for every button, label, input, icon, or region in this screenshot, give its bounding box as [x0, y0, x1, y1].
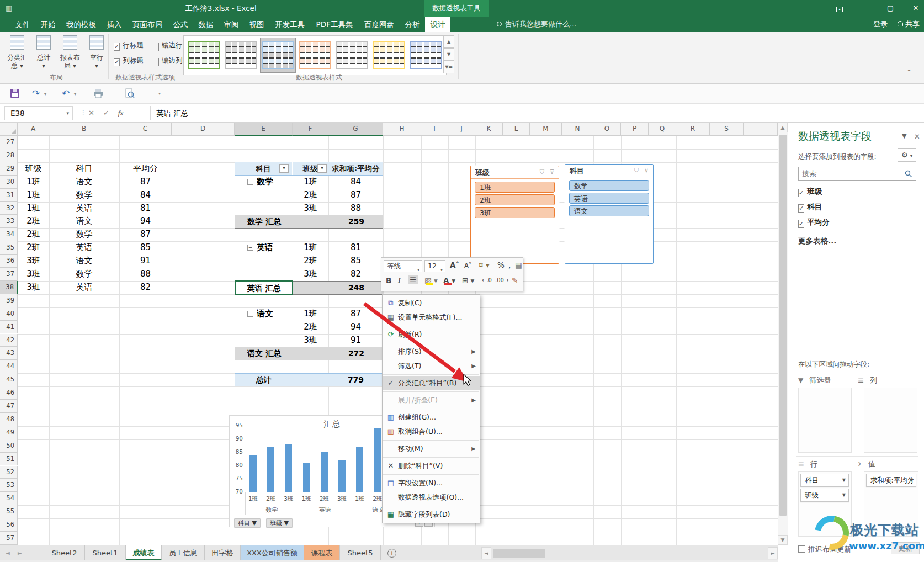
menu-item-排序-S-[interactable]: 排序(S)▶	[383, 344, 480, 359]
horizontal-scrollbar[interactable]: ◄ ►	[481, 547, 778, 559]
row-header-40[interactable]: 40	[0, 307, 18, 321]
ribbon-button-报表布局[interactable]: 报表布局 ▾	[57, 35, 83, 70]
pivot-subtotal-row[interactable]: 数学 汇总259	[235, 215, 383, 229]
source-data-cell[interactable]: 84	[119, 189, 172, 202]
active-cell-E38[interactable]: 英语 汇总	[235, 280, 293, 295]
print-icon[interactable]	[93, 88, 104, 98]
area-field-班级[interactable]: 班级▼	[800, 489, 849, 502]
vertical-scrollbar[interactable]: ▲ ▼	[778, 123, 788, 545]
pivot-header-col3[interactable]: 求和项:平均分	[328, 162, 383, 175]
pivot-style-swatch-plain-gray[interactable]	[224, 38, 258, 72]
menu-item-设置单元格格式-F-[interactable]: ▦设置单元格格式(F)...	[383, 310, 480, 325]
column-header-F[interactable]: F	[293, 123, 328, 136]
ribbon-tab-设计[interactable]: 设计	[425, 17, 450, 32]
pivot-item-label[interactable]: 数学	[257, 176, 293, 189]
tools-gear-icon[interactable]: ⚙ ▾	[898, 148, 916, 162]
source-data-cell[interactable]: 3班	[18, 268, 49, 281]
column-header-D[interactable]: D	[172, 123, 235, 136]
row-header-39[interactable]: 39	[0, 294, 18, 307]
row-header-33[interactable]: 33	[0, 215, 18, 228]
menu-item-刷新-R-[interactable]: ⟳刷新(R)	[383, 327, 480, 342]
pivot-value-cell[interactable]: 87	[328, 189, 383, 202]
pivot-class-cell[interactable]: 2班	[293, 321, 328, 334]
column-header-N[interactable]: N	[562, 123, 593, 136]
redo-icon[interactable]: ↷	[32, 88, 40, 99]
sheet-tab-XXX公司销售额[interactable]: XXX公司销售额	[241, 545, 304, 560]
row-header-38[interactable]: 38	[0, 281, 18, 294]
checked-checkbox-icon[interactable]: ✓	[114, 43, 120, 51]
pivot-value-cell[interactable]: 88	[328, 202, 383, 215]
row-header-55[interactable]: 55	[0, 505, 18, 518]
enter-icon[interactable]: ✓	[103, 109, 109, 117]
scroll-down-icon[interactable]: ▼	[778, 535, 788, 545]
source-data-cell[interactable]: 91	[119, 255, 172, 268]
field-checkbox-班级[interactable]: ✓班级	[798, 187, 822, 197]
pivot-style-swatch-light-blue[interactable]	[261, 38, 295, 72]
collapse-icon[interactable]: −	[247, 179, 253, 185]
ribbon-tab-我的模板[interactable]: 我的模板	[61, 17, 102, 32]
login-button[interactable]: 登录	[873, 17, 888, 32]
row-header-28[interactable]: 28	[0, 149, 18, 162]
column-header-A[interactable]: A	[18, 123, 49, 136]
style-option-镶边列[interactable]: 镶边列	[158, 56, 183, 66]
column-header-S[interactable]: S	[710, 123, 744, 136]
filter-dropdown-icon[interactable]: ▾	[279, 164, 289, 173]
menu-item-移动-M-[interactable]: 移动(M)▶	[383, 442, 480, 456]
search-input[interactable]: 搜索	[798, 167, 916, 181]
ribbon-tab-开始[interactable]: 开始	[35, 17, 61, 32]
source-data-cell[interactable]: 语文	[49, 255, 119, 268]
pivot-class-cell[interactable]: 3班	[293, 202, 328, 215]
row-header-32[interactable]: 32	[0, 202, 18, 215]
slicer-item-3班[interactable]: 3班	[475, 207, 555, 218]
style-option-列标题[interactable]: ✓列标题	[114, 56, 144, 66]
percent-style-icon[interactable]: %	[497, 261, 505, 269]
pivot-class-cell[interactable]: 2班	[293, 255, 328, 268]
pivot-class-cell[interactable]: 1班	[293, 307, 328, 321]
gallery-scroll-buttons[interactable]: ▲ ▼ ▼▬	[443, 35, 454, 75]
source-data-cell[interactable]: 数学	[49, 268, 119, 281]
row-header-36[interactable]: 36	[0, 255, 18, 268]
column-header-O[interactable]: O	[593, 123, 621, 136]
column-header-partial[interactable]	[744, 123, 778, 136]
sheet-tab-成绩表[interactable]: 成绩表	[126, 545, 162, 560]
slicer-item-1班[interactable]: 1班	[475, 182, 555, 193]
font-size-select[interactable]: 12▾	[424, 260, 445, 272]
menu-item-字段设置-N-[interactable]: ▤字段设置(N)...	[383, 476, 480, 490]
pivot-value-cell[interactable]: 91	[328, 334, 383, 347]
comma-style-icon[interactable]: ,	[508, 261, 511, 269]
row-header-35[interactable]: 35	[0, 241, 18, 255]
row-header-30[interactable]: 30	[0, 176, 18, 189]
select-all-corner[interactable]	[0, 123, 18, 136]
slicer-班级[interactable]: 班级⛉⊽1班2班3班	[470, 166, 559, 264]
source-data-cell[interactable]: 3班	[18, 255, 49, 268]
ribbon-button-总计[interactable]: 总计 ▾	[31, 35, 56, 70]
context-menu[interactable]: ⧉复制(C)▦设置单元格格式(F)...⟳刷新(R)排序(S)▶筛选(T)▶✓分…	[382, 294, 480, 523]
share-button[interactable]: 共享	[898, 17, 920, 32]
redo-dropdown-icon[interactable]: ▾	[44, 92, 46, 97]
formula-content[interactable]: 英语 汇总	[156, 106, 188, 120]
pivot-value-cell[interactable]: 84	[328, 176, 383, 189]
source-data-cell[interactable]: 数学	[49, 228, 119, 241]
source-header-cell[interactable]: 科目	[49, 162, 119, 176]
chart-field-button-科目[interactable]: 科目 ▼	[234, 518, 261, 528]
row-header-51[interactable]: 51	[0, 453, 18, 466]
source-data-cell[interactable]: 语文	[49, 215, 119, 228]
column-header-K[interactable]: K	[475, 123, 503, 136]
source-data-cell[interactable]: 1班	[18, 189, 49, 202]
source-data-cell[interactable]: 2班	[18, 215, 49, 228]
ribbon-button-空行[interactable]: 空行 ▾	[84, 35, 109, 70]
align-center-icon[interactable]: ☰	[408, 275, 418, 284]
pivot-style-swatch-yellow[interactable]	[371, 38, 406, 72]
column-header-B[interactable]: B	[49, 123, 119, 136]
gallery-more-icon[interactable]: ▼▬	[443, 61, 454, 73]
name-box-dropdown-icon[interactable]: ▾	[66, 107, 69, 120]
vertical-scroll-thumb[interactable]	[779, 135, 787, 516]
collapse-icon[interactable]: −	[247, 245, 253, 251]
name-box[interactable]: E38▾	[4, 106, 73, 120]
menu-item-删除-科目-V-[interactable]: ✕删除“科目”(V)	[383, 459, 480, 473]
source-data-cell[interactable]: 81	[119, 202, 172, 215]
row-header-54[interactable]: 54	[0, 492, 18, 505]
column-header-M[interactable]: M	[530, 123, 562, 136]
panel-options-icon[interactable]: ▼	[902, 132, 906, 140]
pivot-class-cell[interactable]: 2班	[293, 189, 328, 202]
